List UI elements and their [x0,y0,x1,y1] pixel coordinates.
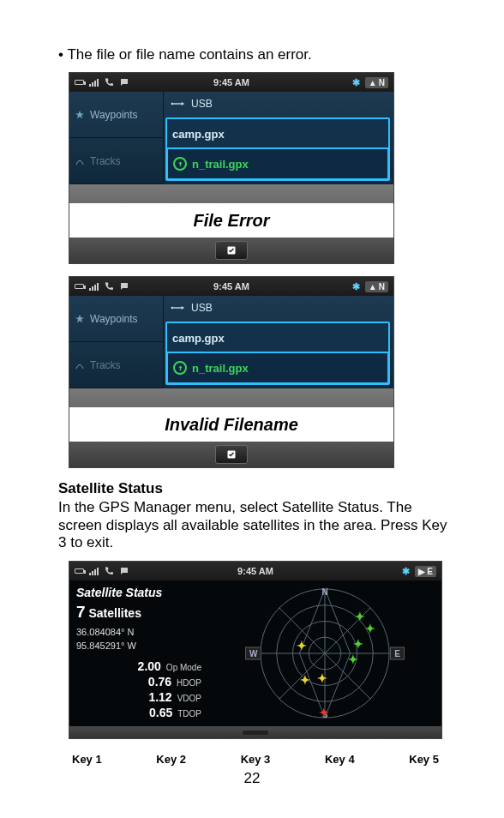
file-row: camp.gpx [167,323,388,352]
sidebar-item-waypoints: Waypoints [69,92,163,138]
mode-badge: ▲N [365,77,388,88]
battery-icon [75,80,84,85]
signal-icon [89,567,99,575]
status-bar: 9:45 AM ✱ ▲N [69,277,393,296]
usb-icon [171,304,184,312]
satellite-marker: ✦ [353,637,363,651]
chat-icon [119,566,129,576]
satellite-status-paragraph: In the GPS Manager menu, select Satellit… [58,499,453,552]
compass-e: E [390,647,405,660]
usb-row: USB [164,296,393,320]
bluetooth-icon: ✱ [352,281,360,292]
phone-icon [104,77,114,87]
signal-icon [89,78,99,87]
chat-icon [119,77,129,87]
hdop: 0.76HDOP [76,675,201,689]
satellite-marker: ✦ [297,639,307,653]
sidebar-label: Tracks [90,359,121,371]
satellite-status-heading: Satellite Status [58,480,453,497]
svg-point-0 [171,103,174,105]
svg-rect-1 [173,103,181,104]
mode-badge: ▶E [415,566,436,577]
satellite-count: 7 Satellites [76,603,201,622]
file-row-selected: n_trail.gpx [166,352,389,384]
error-message: Invalid Filename [69,407,393,442]
compass-w: W [245,647,261,660]
status-bar: 9:45 AM ✱ ▶E [69,562,441,580]
tracks-icon [75,360,85,370]
tdop: 0.65TDOP [76,706,201,719]
file-list: camp.gpx n_trail.gpx [165,322,390,385]
panel-title: Satellite Status [76,586,201,599]
selected-icon [173,361,187,375]
battery-icon [75,568,84,574]
ok-button[interactable] [215,445,248,464]
screenshot-satellite-status: 9:45 AM ✱ ▶E Satellite Status 7 Satellit… [69,561,442,739]
chat-icon [119,281,129,292]
sidebar-item-waypoints: Waypoints [69,296,163,342]
error-message: File Error [69,203,393,238]
screenshot-invalid-filename: 9:45 AM ✱ ▲N Waypoints Tracks USB camp.g… [69,276,394,468]
usb-label: USB [191,98,213,110]
satellite-radar: N S E W ✦ ✦ ✦ ✦ ✦ ✦ ✦ ✦ [257,586,393,721]
file-list: camp.gpx n_trail.gpx [165,117,390,181]
page-number: 22 [0,770,504,787]
usb-icon [171,99,184,108]
screenshot-file-error: 9:45 AM ✱ ▲N Waypoints Tracks USB camp.g… [69,72,394,264]
sidebar-label: Tracks [90,155,121,167]
device-footer [69,726,441,738]
satellite-marker: ✦ [355,610,365,623]
file-name: n_trail.gpx [192,158,249,171]
battery-icon [75,284,84,289]
satellite-marker: ✦ [300,673,310,687]
bluetooth-icon: ✱ [352,77,360,88]
compass-n: N [321,587,327,597]
satellite-marker: ✦ [317,671,327,685]
usb-label: USB [191,302,213,314]
file-name: n_trail.gpx [192,362,249,375]
ok-button[interactable] [215,241,248,260]
phone-icon [104,281,114,292]
check-icon [226,245,237,256]
satellite-marker: ✦ [348,653,358,666]
waypoint-icon [75,314,85,324]
sidebar-item-tracks: Tracks [69,342,163,388]
waypoint-icon [75,110,85,120]
key-label: Key 1 [72,753,102,766]
latitude: 36.084084° N [76,627,201,637]
svg-rect-4 [173,307,181,308]
bluetooth-icon: ✱ [402,566,410,577]
key-label: Key 5 [409,753,439,766]
signal-icon [89,282,99,291]
bullet-file-error: The file or file name contains an error. [58,46,453,63]
op-mode: 2.00Op Mode [76,659,201,673]
file-row: camp.gpx [167,119,388,148]
check-icon [226,449,237,460]
svg-point-3 [171,307,174,310]
selected-icon [173,157,187,171]
vdop: 1.12VDOP [76,690,201,704]
sidebar-label: Waypoints [90,313,138,325]
status-bar: 9:45 AM ✱ ▲N [69,73,393,92]
sidebar-item-tracks: Tracks [69,138,163,184]
satellite-marker: ✦ [365,622,375,635]
satellite-marker: ✦ [319,706,329,719]
longitude: 95.845291° W [76,641,201,651]
key-label: Key 2 [156,753,186,766]
key-label: Key 4 [325,753,355,766]
usb-row: USB [164,92,393,116]
key-label: Key 3 [241,753,271,766]
sidebar-label: Waypoints [90,109,138,121]
phone-icon [104,566,114,576]
key-labels: Key 1 Key 2 Key 3 Key 4 Key 5 [69,751,442,767]
file-row-selected: n_trail.gpx [166,147,389,180]
tracks-icon [75,156,85,166]
mode-badge: ▲N [365,281,388,292]
